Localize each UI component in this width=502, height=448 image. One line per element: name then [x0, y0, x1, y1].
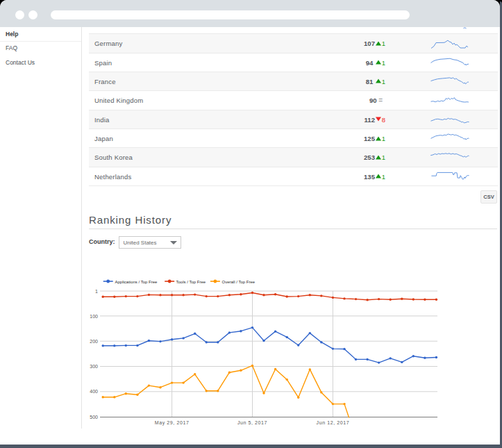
svg-text:Applications / Top Free: Applications / Top Free — [115, 280, 158, 284]
svg-text:Jun 12, 2017: Jun 12, 2017 — [317, 420, 350, 425]
svg-text:100: 100 — [90, 314, 98, 319]
svg-text:300: 300 — [90, 364, 98, 369]
svg-text:Tools / Top Free: Tools / Top Free — [176, 280, 206, 284]
svg-text:1: 1 — [95, 289, 98, 294]
svg-text:200: 200 — [90, 339, 98, 344]
svg-text:May 29, 2017: May 29, 2017 — [155, 420, 190, 426]
svg-text:400: 400 — [90, 389, 98, 394]
svg-text:Overall / Top Free: Overall / Top Free — [222, 280, 256, 284]
svg-text:Jun 5, 2017: Jun 5, 2017 — [237, 420, 267, 425]
svg-text:500: 500 — [90, 415, 98, 420]
